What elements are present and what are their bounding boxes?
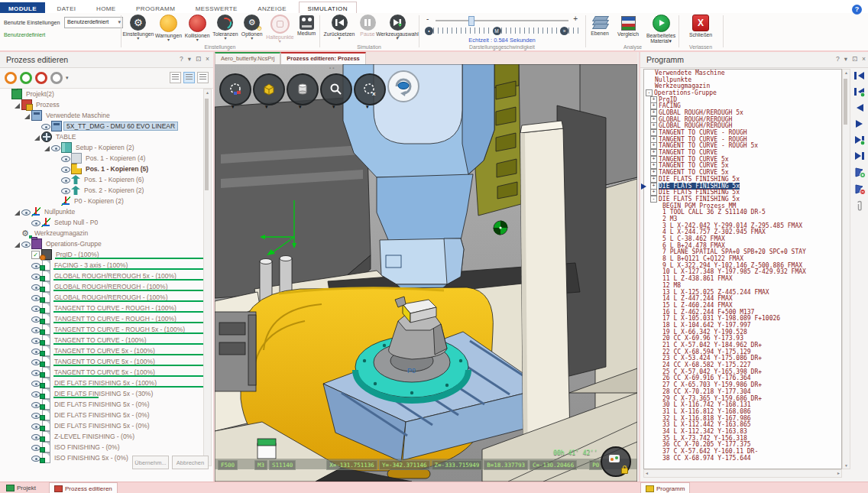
skip-to-end-button[interactable] [853,151,866,161]
expander-icon[interactable] [54,198,61,205]
program-line[interactable]: + DIE FLATS FINISHING 5x [644,176,841,183]
help-icon[interactable]: ? [852,5,862,15]
program-line[interactable]: + PrgID [644,96,841,103]
remove-breakpoint-button[interactable] [853,183,866,195]
expand-box-icon[interactable]: + [650,142,657,149]
tree-row[interactable]: TANGENT TO CURVE 5x - (100%) [2,367,203,378]
apply-button[interactable]: Übernehm... [132,456,169,469]
vergleich-button[interactable]: Vergleich [613,15,643,44]
tree-row[interactable]: Pos. 1 - Kopieren (6) [2,174,203,185]
expander-icon[interactable] [15,102,21,109]
program-vscrollbar[interactable]: ▲ ▼ [842,69,850,469]
orbit-view-button[interactable] [387,70,419,102]
expander-icon[interactable] [24,284,31,290]
program-line[interactable]: + TANGENT TO CURVE 5x [644,169,841,176]
tree-row[interactable]: Nullpunkte [2,206,203,217]
tree-row[interactable]: Setup - Kopieren (2) [2,142,203,153]
program-line[interactable]: 2 M3 [644,216,841,222]
skip-back-marker-button[interactable] [853,86,866,97]
program-line[interactable]: 34 L X-112.342 Y-163.83 [644,428,841,435]
program-line[interactable]: + TANGENT TO CURVE 5x [644,163,841,170]
expander-icon[interactable] [24,401,31,408]
slider-minus-label[interactable]: - [426,15,429,23]
expander-icon[interactable] [34,123,41,130]
slider-plus-label[interactable]: + [573,15,578,23]
attach-paperclip-button[interactable] [853,200,866,212]
tree-row[interactable]: GLOBAL ROUGH/REROUGH - (100%) [2,292,203,303]
schliessen-button[interactable]: X Schließen [682,15,720,37]
expander-icon[interactable] [15,241,21,248]
program-line[interactable]: + FACING [644,102,841,109]
tree-row[interactable]: DIE FLATS FINISHING 5x - (100%) [2,378,203,388]
haltepunkte-button[interactable]: Haltepunkte ▾ [265,15,296,44]
tree-row[interactable]: P0 - Kopieren (2) [2,196,203,206]
dropdown-caret-icon[interactable]: ▾ [299,104,302,110]
program-line[interactable]: 14 L Z-447.244 FMAX [644,295,841,302]
program-line[interactable]: 37 C X-57.642 Y-160.11 DR- [644,448,841,455]
program-line[interactable]: + DIE FLATS FINISHING 5x [644,183,841,190]
visibility-eye-icon[interactable] [61,154,71,163]
program-line[interactable]: + TANGENT TO CURVE - ROUGH 5x [644,143,841,150]
program-line[interactable]: + DIE FLATS FINISHING 5x [644,189,841,196]
zuruecksetzen-button[interactable]: Zurücksetzen ▾ [321,15,358,41]
scroll-left-icon[interactable]: ◄ [645,470,649,476]
program-line[interactable]: 27 C X-65.703 Y-159.986 DR+ [644,381,841,388]
expander-icon[interactable] [24,391,31,397]
viewport-mini-icons[interactable]: ▫▫ [329,66,335,70]
program-line[interactable]: 17 L X-105.031 Y-198.089 F+10026 [644,315,841,322]
tree-row[interactable]: TANGENT TO CURVE 5x - (100%) [2,356,203,367]
dropdown-caret-icon[interactable]: ▾ [265,104,268,110]
panel-help-icon[interactable]: ? [836,55,840,63]
generate-green-button[interactable] [20,72,32,84]
program-line[interactable]: + TANGENT TO CURVE - ROUGH [644,129,841,136]
program-line[interactable]: + GLOBAL ROUGH/REROUGH [644,123,841,130]
expander-icon[interactable] [24,444,31,451]
program-line[interactable]: 22 CC X-68.594 Y-175.129 [644,349,841,355]
program-line[interactable]: 12 M8 [644,282,841,289]
expand-box-icon[interactable]: + [650,156,657,163]
cancel-button[interactable]: Abbrechen [172,456,209,469]
scroll-up-icon[interactable]: ▲ [843,70,850,75]
program-line[interactable]: 13 L X-125.025 Z-445.244 FMAX [644,289,841,296]
expand-box-icon[interactable]: + [650,102,657,109]
program-line[interactable]: + TANGENT TO CURVE [644,149,841,156]
program-line[interactable]: 11 L Z-438.861 FMAX [644,275,841,282]
program-line[interactable]: 36 CC X-70.205 Y-177.375 [644,442,841,449]
scroll-right-icon[interactable]: ► [837,470,840,476]
tree-row[interactable]: GLOBAL ROUGH/REROUGH 5x - (100%) [2,271,203,281]
program-line[interactable]: 10 L X-127.348 Y-197.985 Z-429.932 FMAX [644,269,841,276]
expand-box-icon[interactable]: + [650,189,657,196]
expander-icon[interactable] [24,412,31,419]
tree-row[interactable]: DIE FLATS FINISHING 5x - (30%) [2,388,203,399]
expander-icon[interactable] [24,316,31,323]
scrollbar-thumb[interactable] [205,99,209,190]
program-line[interactable]: BEGIN PGM Prozess MM [644,203,841,209]
visibility-eye-icon[interactable] [61,164,71,174]
program-line[interactable]: 9 L X-322.294 Y-102.146 Z-500.886 FMAX [644,262,841,269]
program-line[interactable]: 26 CC X-69.916 Y-176.364 [644,375,841,382]
program-line[interactable]: 38 CC X-68.974 Y-175.644 [644,455,841,462]
expand-box-icon[interactable]: + [650,149,657,156]
program-line[interactable]: 21 C X-57.042 Y-184.962 DR+ [644,342,841,349]
visibility-eye-icon[interactable] [61,186,71,195]
run-to-marker-button[interactable] [853,135,866,145]
expander-icon[interactable] [54,166,61,173]
tree-row[interactable]: FACING - 3 axis - (100%) [2,260,203,271]
panel-menu-icon[interactable]: ▾ [844,55,848,63]
program-line[interactable]: + GLOBAL ROUGH/REROUGH 5x [644,109,841,116]
program-line[interactable]: 3 L X-242.042 Y-299.014 Z-295.485 FMAX [644,222,841,229]
dropdown-caret-icon[interactable]: ▾ [366,104,369,110]
program-line[interactable]: 15 L Z-460.244 FMAX [644,302,841,309]
toleranzen-button[interactable]: Toleranzen ▾ [212,15,239,44]
program-line[interactable]: 6 L B+24.478 FMAX [644,242,841,249]
visibility-eye-icon[interactable] [21,239,31,248]
program-line[interactable]: Verwendete Maschine [644,70,841,76]
view-mode-2-button[interactable] [183,72,195,83]
view-mode-1-button[interactable] [170,72,181,83]
prozess-editieren-tab[interactable]: Prozess editieren [49,482,118,493]
tree-row[interactable]: Pos. 1 - Kopieren (5) [2,164,203,174]
expander-icon[interactable] [24,423,31,430]
dropdown-caret-icon[interactable]: ▾ [66,75,69,81]
panel-close-icon[interactable]: × [862,55,866,63]
medium-button[interactable]: Medium [295,15,318,44]
